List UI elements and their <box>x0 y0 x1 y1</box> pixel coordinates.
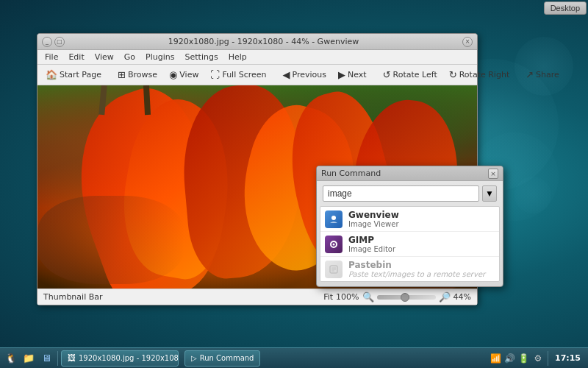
menu-settings[interactable]: Settings <box>181 51 223 63</box>
desktop-button[interactable]: Desktop <box>544 1 587 15</box>
taskbar: 🐧 📁 🖥 🖼 1920x1080.jpg - 1920x1080 - 44% … <box>0 347 588 368</box>
app-gwenview[interactable]: Gwenview Image Viewer <box>320 207 499 232</box>
run-command-label: Run Command <box>200 354 254 362</box>
toolbar-fullscreen[interactable]: ⛶ Full Screen <box>205 67 271 82</box>
popup-close-button[interactable]: × <box>488 169 498 179</box>
view-icon: ◉ <box>169 69 177 80</box>
bottom-bar: Thumbnail Bar Fit 100% 🔍 🔎 44% <box>37 289 477 305</box>
menu-edit[interactable]: Edit <box>64 51 88 63</box>
app-pastebin: Pastebin Paste text/images to a remote s… <box>320 257 499 281</box>
previous-icon: ◀ <box>283 69 290 80</box>
run-command-input[interactable] <box>323 185 479 202</box>
zoom-thumb <box>401 293 409 302</box>
pastebin-name: Pastebin <box>348 260 495 270</box>
taskbar-separator-1 <box>57 351 58 366</box>
taskbar-separator-2 <box>548 351 548 366</box>
gimp-desc: Image Editor <box>348 245 495 253</box>
pastebin-info: Pastebin Paste text/images to a remote s… <box>348 260 495 278</box>
gwenview-desc: Image Viewer <box>348 220 495 228</box>
maximize-button[interactable]: □ <box>54 37 65 47</box>
taskbar-icon-terminal[interactable]: 🖥 <box>38 350 54 367</box>
fit-label: Fit <box>323 292 333 302</box>
popup-title: Run Command <box>321 169 381 178</box>
app-list: Gwenview Image Viewer GIMP Image Editor <box>320 206 500 282</box>
pastebin-icon <box>325 261 343 278</box>
taskbar-middle: ▷ Run Command <box>182 350 486 367</box>
window-controls: _ □ <box>42 37 65 47</box>
fullscreen-icon: ⛶ <box>210 69 220 80</box>
zoom-in-icon[interactable]: 🔎 <box>439 291 451 302</box>
toolbar-start-page[interactable]: 🏠 Start Page <box>40 67 107 82</box>
gwenview-taskbar-btn[interactable]: 🖼 1920x1080.jpg - 1920x1080 - 44% ... <box>61 350 179 367</box>
run-command-taskbar-btn[interactable]: ▷ Run Command <box>184 350 260 367</box>
next-icon: ▶ <box>338 69 345 80</box>
gwenview-taskbar-label: 1920x1080.jpg - 1920x1080 - 44% ... <box>79 354 179 362</box>
clock: 17:15 <box>552 353 584 363</box>
toolbar-rotate-right[interactable]: ↻ Rotate Right <box>444 67 514 82</box>
run-command-icon: ▷ <box>191 354 197 362</box>
menu-go[interactable]: Go <box>120 51 140 63</box>
gimp-name: GIMP <box>348 235 495 245</box>
zoom-value: 100% <box>336 292 359 302</box>
toolbar-previous[interactable]: ◀ Previous <box>278 67 332 82</box>
toolbar-share[interactable]: ↗ Share <box>520 67 564 82</box>
close-button[interactable]: × <box>462 37 473 47</box>
rotate-right-icon: ↻ <box>449 69 457 80</box>
toolbar-rotate-left[interactable]: ↺ Rotate Left <box>378 67 442 82</box>
zoom-out-icon[interactable]: 🔍 <box>362 291 374 302</box>
window-title: 1920x1080.jpg - 1920x1080 - 44% - Gwenvi… <box>65 37 462 46</box>
taskbar-icon-files[interactable]: 📁 <box>21 350 37 367</box>
zoom-controls: Fit 100% 🔍 🔎 44% <box>323 291 471 302</box>
toolbar-next[interactable]: ▶ Next <box>333 67 372 82</box>
menu-view[interactable]: View <box>90 51 118 63</box>
thumbnail-bar-label: Thumbnail Bar <box>43 292 103 302</box>
menu-help[interactable]: Help <box>224 51 251 63</box>
popup-input-row: ▼ <box>317 181 503 206</box>
start-page-icon: 🏠 <box>46 69 57 80</box>
taskbar-left: 🐧 📁 🖥 🖼 1920x1080.jpg - 1920x1080 - 44% … <box>0 350 182 367</box>
desktop: Desktop _ □ 1920x1080.jpg - 1920x1080 - … <box>0 0 588 368</box>
browse-icon: ⊞ <box>118 69 126 80</box>
toolbar-view[interactable]: ◉ View <box>164 67 204 82</box>
popup-title-bar: Run Command × <box>317 166 503 181</box>
toolbar: 🏠 Start Page ⊞ Browse ◉ View ⛶ Full Scre… <box>37 65 477 85</box>
menu-file[interactable]: File <box>40 51 62 63</box>
menu-plugins[interactable]: Plugins <box>141 51 179 63</box>
run-command-popup: Run Command × ▼ Gwenview Image Viewer <box>316 166 503 287</box>
svg-point-0 <box>331 216 336 220</box>
gimp-icon <box>325 236 343 253</box>
rotate-left-icon: ↺ <box>383 69 391 80</box>
zoom-percent: 44% <box>453 292 471 302</box>
gwenview-name: Gwenview <box>348 210 495 220</box>
settings-icon[interactable]: ⚙ <box>532 353 544 364</box>
network-icon[interactable]: 📶 <box>490 353 502 364</box>
gimp-info: GIMP Image Editor <box>348 235 495 253</box>
title-bar: _ □ 1920x1080.jpg - 1920x1080 - 44% - Gw… <box>37 34 477 50</box>
svg-point-2 <box>333 243 335 245</box>
taskbar-icon-penguin[interactable]: 🐧 <box>3 350 19 367</box>
toolbar-browse[interactable]: ⊞ Browse <box>112 67 162 82</box>
share-icon: ↗ <box>526 69 534 80</box>
run-command-dropdown[interactable]: ▼ <box>482 185 497 202</box>
gwenview-icon <box>325 210 343 228</box>
taskbar-right: 📶 🔊 🔋 ⚙ 17:15 <box>486 351 588 366</box>
gwenview-taskbar-icon: 🖼 <box>68 353 76 363</box>
minimize-button[interactable]: _ <box>42 37 52 47</box>
gwenview-info: Gwenview Image Viewer <box>348 210 495 228</box>
zoom-slider[interactable] <box>377 295 436 300</box>
volume-icon[interactable]: 🔊 <box>504 353 516 364</box>
menu-bar: File Edit View Go Plugins Settings Help <box>37 50 477 65</box>
battery-icon[interactable]: 🔋 <box>518 353 530 364</box>
app-gimp[interactable]: GIMP Image Editor <box>320 232 499 257</box>
pastebin-desc: Paste text/images to a remote server <box>348 270 495 278</box>
